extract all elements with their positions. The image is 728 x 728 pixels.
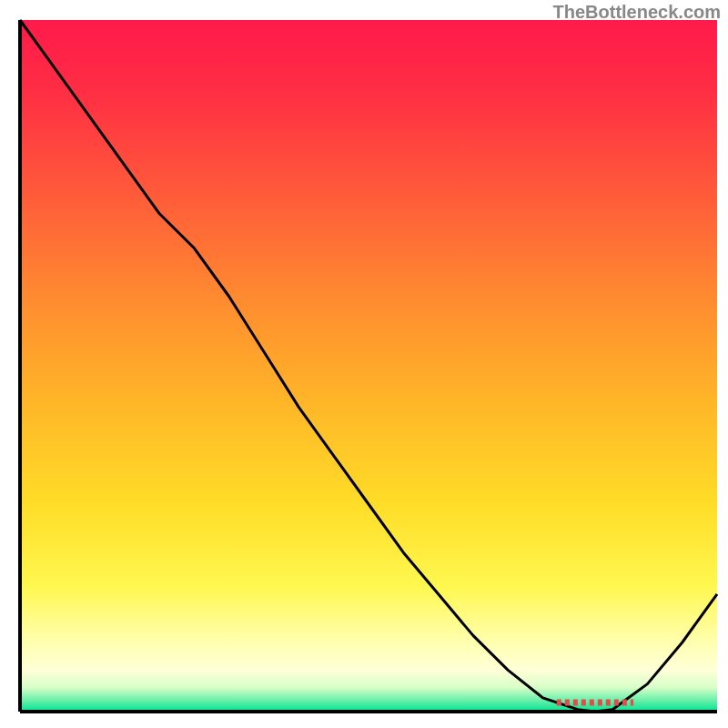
chart-svg: [0, 0, 728, 728]
watermark-text: TheBottleneck.com: [553, 2, 721, 23]
plot-area: [20, 20, 717, 712]
chart-container: TheBottleneck.com: [0, 0, 728, 728]
gradient-background: [20, 20, 717, 712]
